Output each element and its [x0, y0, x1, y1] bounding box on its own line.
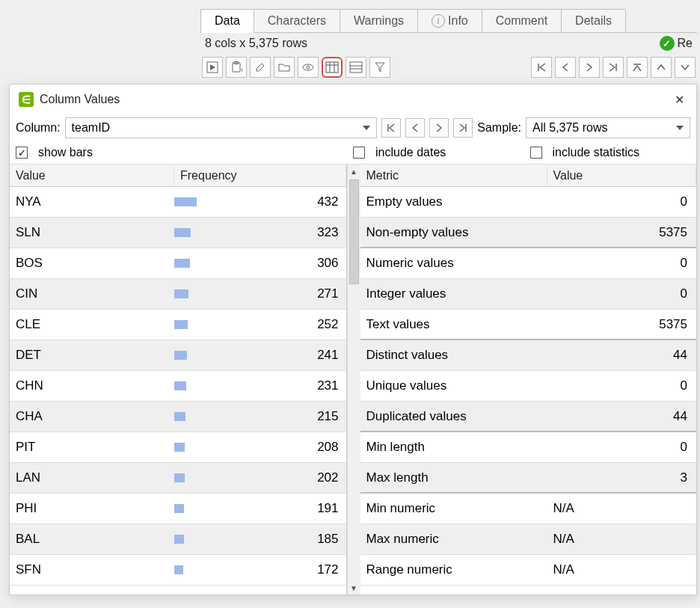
- svg-rect-7: [326, 62, 338, 73]
- scroll-up-icon[interactable]: ▲: [348, 165, 360, 178]
- col-next-button[interactable]: [429, 118, 449, 138]
- table-row[interactable]: Numeric values0: [360, 248, 697, 279]
- table-row[interactable]: CLE252: [10, 310, 346, 340]
- include-dates-checkbox[interactable]: [353, 147, 365, 159]
- nav-last-button[interactable]: [603, 57, 624, 78]
- close-icon[interactable]: ✕: [671, 91, 687, 108]
- metrics-rows: Empty values0Non-empty values5375Numeric…: [360, 187, 697, 595]
- folder-button[interactable]: [274, 57, 295, 78]
- table-row[interactable]: Min numericN/A: [360, 494, 697, 524]
- table-row[interactable]: Max length3: [360, 463, 697, 494]
- value-cell: CHA: [10, 409, 174, 424]
- values-pane: Value Frequency NYA432SLN323BOS306CIN271…: [10, 165, 347, 595]
- nav-first-button[interactable]: [531, 57, 552, 78]
- rows-button[interactable]: [346, 57, 366, 78]
- include-dates-label: include dates: [375, 146, 446, 159]
- col-header-metric[interactable]: Metric: [360, 166, 547, 185]
- values-header: Value Frequency: [10, 165, 346, 187]
- tab-details[interactable]: Details: [561, 9, 626, 32]
- dialog-body: Value Frequency NYA432SLN323BOS306CIN271…: [10, 164, 696, 595]
- col-first-button[interactable]: [381, 118, 401, 138]
- table-row[interactable]: Text values5375: [360, 310, 697, 340]
- table-row[interactable]: PIT208: [10, 432, 346, 463]
- svg-point-6: [307, 66, 310, 69]
- table-row[interactable]: Integer values0: [360, 279, 697, 310]
- scroll-down-icon[interactable]: ▼: [348, 581, 360, 595]
- nav-up-button[interactable]: [651, 57, 672, 78]
- nav-next-button[interactable]: [579, 57, 600, 78]
- table-row[interactable]: BAL185: [10, 524, 346, 555]
- metric-value-cell: 0: [547, 194, 697, 209]
- column-label: Column:: [16, 121, 61, 135]
- metric-cell: Integer values: [360, 286, 547, 301]
- eye-button[interactable]: [298, 57, 319, 78]
- dimensions-label: 8 cols x 5,375 rows: [205, 37, 307, 50]
- nav-down-button[interactable]: [675, 57, 696, 78]
- table-row[interactable]: CIN271: [10, 279, 346, 310]
- table-row[interactable]: Non-empty values5375: [360, 218, 697, 248]
- value-cell: NYA: [10, 194, 174, 209]
- tab-characters[interactable]: Characters: [254, 9, 340, 32]
- column-combo[interactable]: teamID: [65, 117, 378, 138]
- col-last-button[interactable]: [453, 118, 473, 138]
- tab-data[interactable]: Data: [200, 9, 254, 33]
- table-row[interactable]: LAN202: [10, 463, 346, 494]
- tab-strip: Data Characters Warnings iInfo Comment D…: [200, 7, 697, 33]
- sample-combo[interactable]: All 5,375 rows: [526, 117, 690, 138]
- scroll-thumb[interactable]: [349, 179, 359, 284]
- dialog-controls: Column: teamID Sample: All 5,375 rows: [10, 114, 696, 141]
- value-cell: BOS: [10, 256, 174, 271]
- table-row[interactable]: Min length0: [360, 432, 697, 463]
- chevron-down-icon: [676, 126, 684, 130]
- value-cell: CIN: [10, 286, 174, 301]
- table-row[interactable]: CHA215: [10, 402, 346, 432]
- metric-value-cell: 3: [547, 470, 697, 485]
- include-statistics-checkbox[interactable]: [530, 147, 542, 159]
- values-scrollbar[interactable]: ▲ ▼: [347, 165, 360, 595]
- frequency-bar: [174, 381, 186, 390]
- metric-value-cell: 0: [547, 256, 697, 271]
- tab-info[interactable]: iInfo: [417, 9, 482, 32]
- filter-button[interactable]: [369, 57, 390, 78]
- play-button[interactable]: [202, 57, 223, 78]
- sample-label: Sample:: [477, 121, 521, 135]
- chevron-down-icon: [363, 126, 370, 130]
- table-row[interactable]: Duplicated values44: [360, 402, 697, 432]
- edit-button[interactable]: [250, 57, 271, 78]
- col-header-value[interactable]: Value: [10, 166, 174, 185]
- clipboard-button[interactable]: +: [226, 57, 247, 78]
- table-row[interactable]: BOS306: [10, 248, 346, 279]
- svg-rect-11: [350, 62, 362, 73]
- metric-value-cell: 0: [547, 286, 697, 301]
- table-row[interactable]: NYA432: [10, 187, 346, 218]
- table-row[interactable]: Unique values0: [360, 371, 697, 402]
- table-row[interactable]: PHI191: [10, 494, 346, 524]
- metrics-header: Metric Value: [360, 165, 697, 187]
- nav-prev-button[interactable]: [555, 57, 576, 78]
- tab-comment[interactable]: Comment: [482, 9, 562, 32]
- frequency-cell: 241: [174, 348, 346, 363]
- frequency-bar: [174, 259, 190, 268]
- table-row[interactable]: Max numericN/A: [360, 524, 697, 555]
- nav-top-button[interactable]: [627, 57, 648, 78]
- column-values-button[interactable]: [322, 57, 343, 78]
- table-row[interactable]: DET241: [10, 340, 346, 371]
- frequency-bar: [174, 535, 184, 544]
- table-row[interactable]: SFN172: [10, 555, 346, 586]
- col-header-frequency[interactable]: Frequency: [174, 166, 346, 185]
- table-row[interactable]: CHN231: [10, 371, 346, 402]
- tab-warnings[interactable]: Warnings: [340, 9, 418, 32]
- table-row[interactable]: Range numericN/A: [360, 555, 697, 586]
- col-prev-button[interactable]: [405, 118, 425, 138]
- metric-cell: Numeric values: [360, 256, 547, 271]
- show-bars-checkbox[interactable]: ✓: [16, 147, 28, 159]
- metric-value-cell: 0: [547, 378, 697, 393]
- table-row[interactable]: Empty values0: [360, 187, 697, 218]
- frequency-cell: 215: [174, 409, 346, 424]
- table-row[interactable]: SLN323: [10, 218, 346, 248]
- frequency-cell: 185: [174, 532, 346, 547]
- frequency-bar: [174, 412, 185, 421]
- col-header-value2[interactable]: Value: [547, 166, 697, 185]
- metric-cell: Max length: [360, 470, 547, 485]
- table-row[interactable]: Distinct values44: [360, 340, 697, 371]
